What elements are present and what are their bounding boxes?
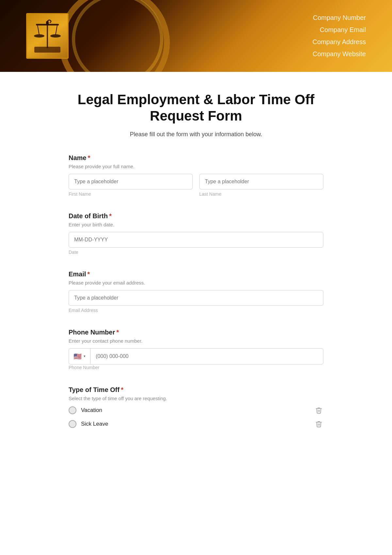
email-label: Email *: [69, 270, 323, 278]
last-name-wrap: Last Name: [199, 174, 323, 197]
dob-required-star: *: [109, 212, 112, 220]
radio-vacation-circle[interactable]: [69, 406, 76, 414]
radio-option-vacation: Vacation: [69, 406, 323, 415]
dob-label-text: Date of Birth: [69, 212, 108, 220]
svg-rect-1: [47, 24, 48, 48]
first-name-wrap: First Name: [69, 174, 193, 197]
svg-line-5: [56, 25, 57, 35]
flag-emoji: 🇺🇸: [74, 352, 82, 360]
name-field-group: Name * Please provide your full name. Fi…: [69, 154, 323, 197]
radio-sick-leave-label: Sick Leave: [81, 421, 108, 427]
company-info: Company Number Company Email Company Add…: [313, 12, 392, 60]
dob-field-group: Date of Birth * Enter your birth date. D…: [69, 212, 323, 255]
phone-label-text: Phone Number: [69, 329, 115, 336]
name-hint: Please provide your full name.: [69, 164, 323, 169]
radio-sick-leave-circle[interactable]: [69, 420, 76, 428]
phone-required-star: *: [116, 329, 119, 336]
phone-sublabel: Phone Number: [69, 365, 99, 370]
phone-input-row: 🇺🇸 ▾: [69, 348, 323, 365]
phone-field-group: Phone Number * Enter your contact phone …: [69, 329, 323, 370]
svg-point-6: [34, 34, 44, 38]
name-label: Name *: [69, 154, 323, 162]
time-off-required-star: *: [121, 386, 123, 394]
last-name-input[interactable]: [199, 174, 323, 189]
email-field-group: Email * Please provide your email addres…: [69, 270, 323, 313]
email-hint: Please provide your email address.: [69, 280, 323, 286]
scales-icon: [33, 18, 62, 54]
email-input[interactable]: [69, 290, 323, 306]
form-subtitle: Please fill out the form with your infor…: [69, 131, 323, 138]
company-address: Company Address: [313, 36, 366, 48]
trash-vacation-icon[interactable]: [314, 406, 323, 415]
company-email: Company Email: [313, 24, 366, 36]
company-logo: [26, 13, 69, 59]
trash-sick-leave-icon[interactable]: [314, 419, 323, 429]
logo-area: [0, 13, 69, 59]
company-number: Company Number: [313, 12, 366, 24]
radio-sick-leave-left: Sick Leave: [69, 420, 108, 428]
dob-label: Date of Birth *: [69, 212, 323, 220]
email-sublabel: Email Address: [69, 308, 323, 313]
time-off-label: Type of Time Off *: [69, 386, 323, 394]
name-required-star: *: [88, 154, 90, 162]
time-off-field-group: Type of Time Off * Select the type of ti…: [69, 386, 323, 429]
dob-input[interactable]: [69, 232, 323, 248]
dob-input-wrap: Date: [69, 232, 323, 255]
time-off-hint: Select the type of time off you are requ…: [69, 396, 323, 401]
svg-line-4: [38, 25, 39, 35]
name-label-text: Name: [69, 154, 86, 162]
page-header: Company Number Company Email Company Add…: [0, 0, 392, 72]
radio-option-sick-leave: Sick Leave: [69, 419, 323, 429]
radio-vacation-label: Vacation: [81, 407, 102, 414]
last-name-sublabel: Last Name: [199, 191, 323, 197]
form-container: Legal Employment & Labor Time Off Reques…: [56, 72, 336, 470]
form-title: Legal Employment & Labor Time Off Reques…: [69, 91, 323, 124]
phone-hint: Enter your contact phone number.: [69, 338, 323, 344]
phone-label: Phone Number *: [69, 329, 323, 336]
chevron-down-icon: ▾: [84, 354, 86, 358]
phone-country-selector[interactable]: 🇺🇸 ▾: [69, 349, 90, 364]
first-name-sublabel: First Name: [69, 191, 193, 197]
radio-vacation-left: Vacation: [69, 406, 102, 414]
time-off-label-text: Type of Time Off: [69, 386, 120, 394]
company-website: Company Website: [313, 48, 366, 60]
dob-sublabel: Date: [69, 250, 323, 255]
svg-rect-3: [46, 21, 49, 25]
svg-point-7: [50, 34, 61, 38]
email-required-star: *: [87, 270, 90, 278]
phone-input[interactable]: [90, 349, 323, 364]
email-label-text: Email: [69, 270, 86, 278]
name-input-row: First Name Last Name: [69, 174, 323, 197]
email-input-wrap: Email Address: [69, 290, 323, 313]
first-name-input[interactable]: [69, 174, 193, 189]
dob-hint: Enter your birth date.: [69, 222, 323, 227]
